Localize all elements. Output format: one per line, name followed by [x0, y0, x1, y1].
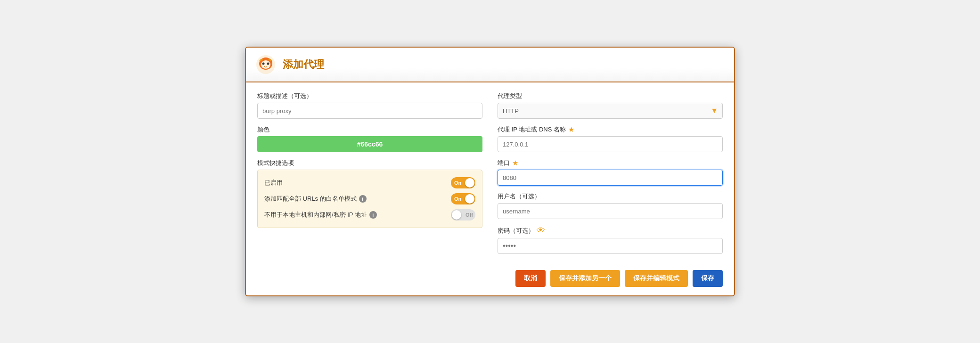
password-label: 密码（可选） 👁 — [498, 226, 723, 236]
toggle-local-label: Off — [466, 212, 473, 218]
pattern-label: 模式快捷选项 — [257, 159, 482, 167]
username-input[interactable] — [498, 203, 723, 219]
fox-logo-icon — [255, 54, 276, 75]
toggle-enabled-label: On — [454, 180, 461, 186]
pattern-section: 已启用 On 添加匹配全部 URLs 的白名单模式 i On — [257, 170, 482, 228]
toggle-enabled[interactable]: On — [451, 177, 475, 188]
pattern-section-group: 模式快捷选项 已启用 On 添加匹配全部 URLs 的白名单模式 — [257, 159, 482, 228]
save-add-button[interactable]: 保存并添加另一个 — [550, 270, 620, 287]
port-input[interactable] — [498, 170, 723, 186]
pattern-row-enabled: 已启用 On — [264, 175, 475, 191]
cancel-button[interactable]: 取消 — [515, 270, 546, 287]
proxy-type-label: 代理类型 — [498, 92, 723, 100]
info-icon-local[interactable]: i — [369, 211, 377, 219]
dialog-body: 标题或描述（可选） 颜色 #66cc66 模式快捷选项 已启用 On — [246, 82, 734, 263]
eye-icon[interactable]: 👁 — [537, 226, 545, 236]
port-group: 端口 ★ — [498, 159, 723, 186]
color-field-group: 颜色 #66cc66 — [257, 125, 482, 152]
proxy-type-select-wrapper: HTTP HTTPS SOCKS4 SOCKS5 ▼ — [498, 103, 723, 119]
proxy-ip-label: 代理 IP 地址或 DNS 名称 ★ — [498, 125, 723, 134]
add-proxy-dialog: 添加代理 标题或描述（可选） 颜色 #66cc66 模式快捷选项 已启用 — [245, 47, 735, 296]
port-label: 端口 ★ — [498, 159, 723, 167]
color-swatch[interactable]: #66cc66 — [257, 136, 482, 152]
password-group: 密码（可选） 👁 — [498, 226, 723, 254]
dialog-footer: 取消 保存并添加另一个 保存并编辑模式 保存 — [246, 263, 734, 295]
proxy-ip-input[interactable] — [498, 136, 723, 152]
left-column: 标题或描述（可选） 颜色 #66cc66 模式快捷选项 已启用 On — [257, 92, 482, 254]
right-column: 代理类型 HTTP HTTPS SOCKS4 SOCKS5 ▼ 代理 IP 地址… — [498, 92, 723, 254]
pattern-label-local: 不用于本地主机和内部网/私密 IP 地址 i — [264, 211, 377, 219]
proxy-ip-group: 代理 IP 地址或 DNS 名称 ★ — [498, 125, 723, 152]
svg-point-2 — [261, 60, 270, 69]
username-group: 用户名（可选） — [498, 192, 723, 219]
save-edit-button[interactable]: 保存并编辑模式 — [625, 270, 688, 287]
pattern-row-whitelist: 添加匹配全部 URLs 的白名单模式 i On — [264, 191, 475, 207]
title-field-group: 标题或描述（可选） — [257, 92, 482, 119]
username-label: 用户名（可选） — [498, 192, 723, 201]
toggle-local[interactable]: Off — [451, 209, 475, 220]
title-label: 标题或描述（可选） — [257, 92, 482, 100]
color-label: 颜色 — [257, 125, 482, 134]
pattern-label-whitelist: 添加匹配全部 URLs 的白名单模式 i — [264, 195, 367, 203]
toggle-whitelist[interactable]: On — [451, 193, 475, 204]
info-icon-whitelist[interactable]: i — [359, 195, 367, 203]
proxy-type-select[interactable]: HTTP HTTPS SOCKS4 SOCKS5 — [498, 103, 723, 119]
toggle-whitelist-label: On — [454, 196, 461, 202]
proxy-type-group: 代理类型 HTTP HTTPS SOCKS4 SOCKS5 ▼ — [498, 92, 723, 119]
toggle-whitelist-knob — [465, 194, 474, 204]
pattern-label-enabled: 已启用 — [264, 179, 283, 187]
password-input[interactable] — [498, 238, 723, 254]
save-button[interactable]: 保存 — [693, 270, 723, 287]
dialog-header: 添加代理 — [246, 48, 734, 82]
dialog-title: 添加代理 — [283, 57, 324, 72]
proxy-ip-required-star: ★ — [568, 125, 574, 134]
port-required-star: ★ — [512, 159, 518, 167]
svg-point-3 — [262, 63, 265, 65]
pattern-row-local: 不用于本地主机和内部网/私密 IP 地址 i Off — [264, 207, 475, 223]
toggle-local-knob — [452, 210, 461, 220]
svg-point-4 — [267, 63, 270, 65]
title-input[interactable] — [257, 103, 482, 119]
toggle-enabled-knob — [465, 178, 474, 188]
